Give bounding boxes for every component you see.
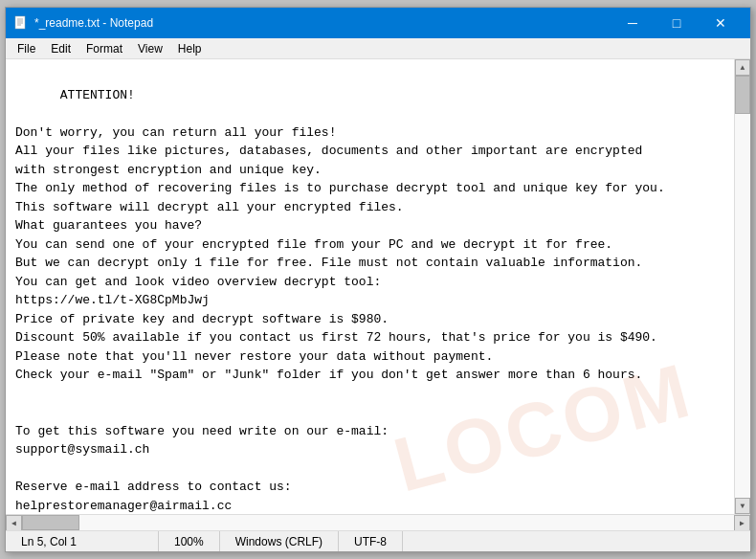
window-controls: ─ □ ✕ xyxy=(611,8,743,38)
app-icon xyxy=(13,15,29,31)
status-bar: Ln 5, Col 1 100% Windows (CRLF) UTF-8 xyxy=(6,530,750,551)
cursor-position: Ln 5, Col 1 xyxy=(6,531,159,551)
scrollbar-track[interactable] xyxy=(735,76,750,498)
close-button[interactable]: ✕ xyxy=(699,8,743,38)
menu-format[interactable]: Format xyxy=(78,40,130,57)
vertical-scrollbar[interactable]: ▲ ▼ xyxy=(734,59,750,514)
zoom-level: 100% xyxy=(159,531,220,551)
line-ending: Windows (CRLF) xyxy=(220,531,339,551)
menu-edit[interactable]: Edit xyxy=(43,40,78,57)
scrollbar-thumb[interactable] xyxy=(735,76,750,114)
menu-bar: File Edit Format View Help xyxy=(6,38,750,59)
scroll-left-button[interactable]: ◀ xyxy=(6,515,22,531)
menu-view[interactable]: View xyxy=(130,40,170,57)
menu-help[interactable]: Help xyxy=(170,40,210,57)
horizontal-scrollbar[interactable]: ◀ ▶ xyxy=(6,514,750,530)
text-editor[interactable]: ATTENTION! Don't worry, you can return a… xyxy=(6,59,734,514)
scrollbar-x-track[interactable] xyxy=(22,515,734,530)
scrollbar-x-thumb[interactable] xyxy=(22,515,79,530)
scroll-down-button[interactable]: ▼ xyxy=(735,498,750,514)
notepad-window: *_readme.txt - Notepad ─ □ ✕ File Edit F… xyxy=(5,7,751,552)
minimize-button[interactable]: ─ xyxy=(611,8,655,38)
content-area: ATTENTION! Don't worry, you can return a… xyxy=(6,59,750,514)
scroll-up-button[interactable]: ▲ xyxy=(735,59,750,76)
window-title: *_readme.txt - Notepad xyxy=(34,16,611,30)
menu-file[interactable]: File xyxy=(10,40,43,57)
scroll-right-button[interactable]: ▶ xyxy=(734,515,750,531)
editor-content: ATTENTION! Don't worry, you can return a… xyxy=(15,88,665,515)
encoding: UTF-8 xyxy=(339,531,403,551)
maximize-button[interactable]: □ xyxy=(655,8,699,38)
title-bar: *_readme.txt - Notepad ─ □ ✕ xyxy=(6,8,750,38)
